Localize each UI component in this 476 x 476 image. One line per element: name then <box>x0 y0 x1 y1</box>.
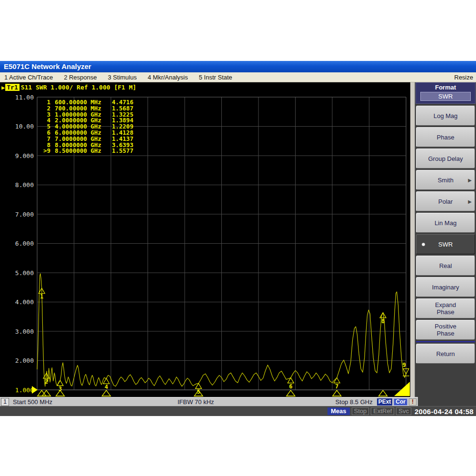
svg-text:3.000: 3.000 <box>15 328 34 335</box>
softkey-real[interactable]: Real <box>416 256 475 276</box>
resize-button[interactable]: Resize <box>454 74 473 81</box>
svg-text:9: 9 <box>402 362 406 368</box>
softkey-smith[interactable]: Smith▶ <box>416 170 475 190</box>
submenu-arrow-icon: ▶ <box>468 177 472 184</box>
menu-1-active-ch-trace[interactable]: 1 Active Ch/Trace <box>4 74 53 81</box>
svg-text:3: 3 <box>59 386 62 392</box>
softkey-scrollbar[interactable] <box>410 82 415 397</box>
menu-5-instr-state[interactable]: 5 Instr State <box>199 74 232 81</box>
softkey-positive-phase[interactable]: Positive Phase <box>416 320 475 340</box>
softkey-group-delay[interactable]: Group Delay <box>416 149 475 169</box>
softkey-menu-header: Format SWR <box>416 82 476 104</box>
softkey-menu-title: Format <box>416 84 475 91</box>
status-flag-cor: Cor <box>394 398 407 406</box>
indicator-meas: Meas <box>327 407 350 415</box>
softkey-menu-current-value: SWR <box>420 92 471 101</box>
stop-frequency-label: Stop 8.5 GHz <box>336 398 373 406</box>
trace-name-badge: Tr1 <box>5 84 19 91</box>
softkey-return[interactable]: Return <box>416 344 475 364</box>
softkey-separator <box>416 341 475 342</box>
softkey-phase[interactable]: Phase <box>416 127 475 147</box>
indicator-svc: Svc <box>396 407 411 415</box>
status-flag-pext: PExt <box>377 398 393 406</box>
svg-text:1: 1 <box>40 293 43 300</box>
menu-4-mkr-analysis[interactable]: 4 Mkr/Analysis <box>148 74 188 81</box>
svg-text:9.000: 9.000 <box>15 152 34 159</box>
softkey-expand-phase[interactable]: Expand Phase <box>416 298 475 318</box>
menu-bar: 1 Active Ch/Trace2 Response3 Stimulus4 M… <box>0 72 476 82</box>
svg-text:2: 2 <box>45 378 48 385</box>
svg-text:2.000: 2.000 <box>15 357 34 364</box>
marker-row: >98.5000000 GHz1.5577 <box>38 148 101 154</box>
svg-text:7.000: 7.000 <box>15 211 34 218</box>
status-bar: 1 Start 500 MHz IFBW 70 kHz Stop 8.5 GHz… <box>0 397 476 406</box>
analyzer-screen: 11.0010.009.0008.0007.0006.0005.0004.000… <box>0 82 410 397</box>
selected-dot-icon <box>422 243 425 246</box>
ifbw-label: IFBW 70 kHz <box>178 398 214 406</box>
trace-status-line: ▶Tr1S11 SWR 1.000/ Ref 1.000 [F1 M] <box>1 84 136 91</box>
svg-text:6: 6 <box>289 383 292 390</box>
submenu-arrow-icon: ▶ <box>468 198 472 205</box>
softkey-lin-mag[interactable]: Lin Mag <box>416 213 475 233</box>
indicator-stop: Stop <box>352 407 369 415</box>
active-trace-arrow-icon: ▶ <box>1 84 5 91</box>
indicator-extref: ExtRef <box>371 407 394 415</box>
title-bar: E5071C Network Analyzer <box>0 61 476 72</box>
softkey-imaginary[interactable]: Imaginary <box>416 277 475 297</box>
svg-text:4.000: 4.000 <box>15 298 34 306</box>
svg-text:8.000: 8.000 <box>15 181 34 188</box>
start-frequency-label: Start 500 MHz <box>13 398 52 406</box>
softkey-polar[interactable]: Polar▶ <box>416 191 475 211</box>
svg-text:10.00: 10.00 <box>15 123 34 130</box>
softkey-panel: Format SWR Log MagPhaseGroup DelaySmith▶… <box>410 82 476 397</box>
window-title: E5071C Network Analyzer <box>4 62 91 70</box>
softkey-log-mag[interactable]: Log Mag <box>416 106 475 126</box>
svg-text:11.00: 11.00 <box>15 94 34 101</box>
menu-items: 1 Active Ch/Trace2 Response3 Stimulus4 M… <box>0 74 239 81</box>
menu-3-stimulus[interactable]: 3 Stimulus <box>108 74 137 81</box>
trace-format-text: S11 SWR 1.000/ Ref 1.000 [F1 M] <box>21 84 137 91</box>
datetime-display: 2006-04-24 04:58 <box>413 407 475 416</box>
analyzer-window: E5071C Network Analyzer 1 Active Ch/Trac… <box>0 61 476 416</box>
softkey-swr[interactable]: SWR <box>416 234 475 254</box>
status-flag-: ! <box>409 398 416 406</box>
svg-text:7: 7 <box>335 383 338 390</box>
svg-text:8: 8 <box>381 318 385 325</box>
svg-text:6.000: 6.000 <box>15 240 34 247</box>
menu-2-response[interactable]: 2 Response <box>64 74 97 81</box>
channel-number-box: 1 <box>1 398 9 406</box>
svg-text:4: 4 <box>105 384 108 390</box>
instrument-status-bar: MeasStopExtRefSvc 2006-04-24 04:58 <box>0 406 476 416</box>
svg-text:1.000: 1.000 <box>15 387 34 394</box>
svg-text:5.000: 5.000 <box>15 269 34 277</box>
marker-table: 1600.00000 MHz4.47162700.00000 MHz1.5687… <box>38 99 101 154</box>
